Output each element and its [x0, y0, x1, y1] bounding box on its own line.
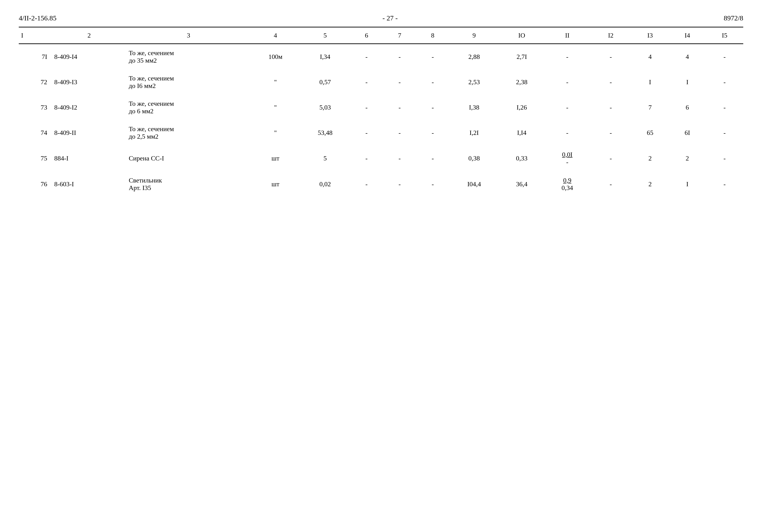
cell-row74-col2: 8-409-II	[52, 120, 126, 145]
cell-row75-col5: 5	[300, 145, 350, 171]
cell-row71-col10: 2,7I	[499, 44, 545, 70]
cell-row75-col1: 75	[19, 145, 52, 171]
col-header-13: I3	[631, 27, 669, 44]
col-header-12: I2	[590, 27, 632, 44]
table-row: 74 8-409-II То же, сечением до 2,5 мм2 "…	[19, 120, 743, 145]
cell-row74-col9: I,2I	[449, 120, 499, 145]
cell-row72-col10: 2,38	[499, 69, 545, 95]
cell-row72-col3: То же, сечением до I6 мм2	[126, 69, 251, 95]
cell-row75-col8: -	[416, 145, 449, 171]
cell-row71-col15: -	[706, 44, 743, 70]
cell-row72-col4: "	[251, 69, 300, 95]
header-center: - 27 -	[383, 14, 398, 22]
cell-row74-col1: 74	[19, 120, 52, 145]
cell-row72-col12: -	[590, 69, 632, 95]
table-row: 72 8-409-I3 То же, сечением до I6 мм2 " …	[19, 69, 743, 95]
cell-row71-col12: -	[590, 44, 632, 70]
cell-row74-col5: 53,48	[300, 120, 350, 145]
cell-row74-col6: -	[350, 120, 383, 145]
cell-row72-col11: -	[545, 69, 590, 95]
col-header-4: 4	[251, 27, 300, 44]
cell-row76-col12: -	[590, 171, 632, 197]
cell-row72-col5: 0,57	[300, 69, 350, 95]
col-header-6: 6	[350, 27, 383, 44]
cell-row74-col14: 6I	[669, 120, 706, 145]
table-row: 7I 8-409-I4 То же, сечением до 35 мм2 10…	[19, 44, 743, 70]
cell-row75-col12: -	[590, 145, 632, 171]
table-row: 76 8-603-I Светильник Арт. I35 шт 0,02 -…	[19, 171, 743, 197]
cell-row72-col8: -	[416, 69, 449, 95]
cell-row74-col11: -	[545, 120, 590, 145]
main-table: I 2 3 4 5 6 7 8 9 IO II I2 I3 I4 I5 7I 8…	[19, 27, 743, 197]
cell-row72-col2: 8-409-I3	[52, 69, 126, 95]
cell-row72-col13: I	[631, 69, 669, 95]
cell-row76-col4: шт	[251, 171, 300, 197]
header-left: 4/II-2-156.85	[19, 14, 56, 22]
cell-row72-col1: 72	[19, 69, 52, 95]
cell-row71-col8: -	[416, 44, 449, 70]
cell-row73-col11: -	[545, 95, 590, 120]
header-right: 8972/8	[724, 14, 743, 22]
cell-row76-col1: 76	[19, 171, 52, 197]
cell-row71-col6: -	[350, 44, 383, 70]
cell-row76-col6: -	[350, 171, 383, 197]
cell-row75-col6: -	[350, 145, 383, 171]
cell-row73-col3: То же, сечением до 6 мм2	[126, 95, 251, 120]
col-header-11: II	[545, 27, 590, 44]
col-header-15: I5	[706, 27, 743, 44]
cell-row76-col14: I	[669, 171, 706, 197]
cell-row76-col15: -	[706, 171, 743, 197]
cell-row74-col15: -	[706, 120, 743, 145]
cell-row72-col14: I	[669, 69, 706, 95]
cell-row74-col10: I,I4	[499, 120, 545, 145]
cell-row76-col5: 0,02	[300, 171, 350, 197]
cell-row71-col5: I,34	[300, 44, 350, 70]
col-header-1: I	[19, 27, 52, 44]
cell-row76-col11: 0,9 0,34	[545, 171, 590, 197]
cell-row73-col1: 73	[19, 95, 52, 120]
col-header-9: 9	[449, 27, 499, 44]
col-header-7: 7	[383, 27, 416, 44]
cell-row72-col7: -	[383, 69, 416, 95]
cell-row74-col8: -	[416, 120, 449, 145]
cell-row73-col4: "	[251, 95, 300, 120]
cell-row73-col15: -	[706, 95, 743, 120]
cell-row72-col15: -	[706, 69, 743, 95]
cell-row74-col3: То же, сечением до 2,5 мм2	[126, 120, 251, 145]
cell-row74-col4: "	[251, 120, 300, 145]
cell-row71-col1: 7I	[19, 44, 52, 70]
table-row: 75 884-I Сирена СС-I шт 5 - - - 0,38 0,3…	[19, 145, 743, 171]
cell-row75-col13: 2	[631, 145, 669, 171]
cell-row76-col8: -	[416, 171, 449, 197]
cell-row73-col7: -	[383, 95, 416, 120]
cell-row74-col13: 65	[631, 120, 669, 145]
cell-row74-col7: -	[383, 120, 416, 145]
cell-row73-col8: -	[416, 95, 449, 120]
cell-row73-col12: -	[590, 95, 632, 120]
col-header-14: I4	[669, 27, 706, 44]
cell-row71-col14: 4	[669, 44, 706, 70]
cell-row76-col9: I04,4	[449, 171, 499, 197]
cell-row75-col3: Сирена СС-I	[126, 145, 251, 171]
col-header-10: IO	[499, 27, 545, 44]
cell-row71-col2: 8-409-I4	[52, 44, 126, 70]
cell-row76-col7: -	[383, 171, 416, 197]
cell-row75-col4: шт	[251, 145, 300, 171]
cell-row75-col14: 2	[669, 145, 706, 171]
cell-row76-col3: Светильник Арт. I35	[126, 171, 251, 197]
cell-row75-col7: -	[383, 145, 416, 171]
cell-row76-col10: 36,4	[499, 171, 545, 197]
cell-row71-col9: 2,88	[449, 44, 499, 70]
cell-row71-col7: -	[383, 44, 416, 70]
cell-row71-col3: То же, сечением до 35 мм2	[126, 44, 251, 70]
cell-row76-col13: 2	[631, 171, 669, 197]
cell-row72-col6: -	[350, 69, 383, 95]
cell-row73-col2: 8-409-I2	[52, 95, 126, 120]
cell-row75-col10: 0,33	[499, 145, 545, 171]
col-header-8: 8	[416, 27, 449, 44]
column-headers: I 2 3 4 5 6 7 8 9 IO II I2 I3 I4 I5	[19, 27, 743, 44]
cell-row71-col4: 100м	[251, 44, 300, 70]
cell-row74-col12: -	[590, 120, 632, 145]
cell-row73-col9: I,38	[449, 95, 499, 120]
table-row: 73 8-409-I2 То же, сечением до 6 мм2 " 5…	[19, 95, 743, 120]
